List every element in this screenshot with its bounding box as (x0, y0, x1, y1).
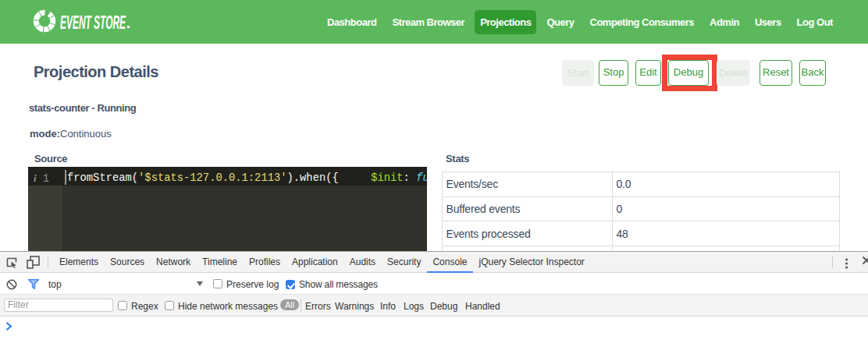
svg-text:EVENT STORE: EVENT STORE (60, 12, 126, 33)
